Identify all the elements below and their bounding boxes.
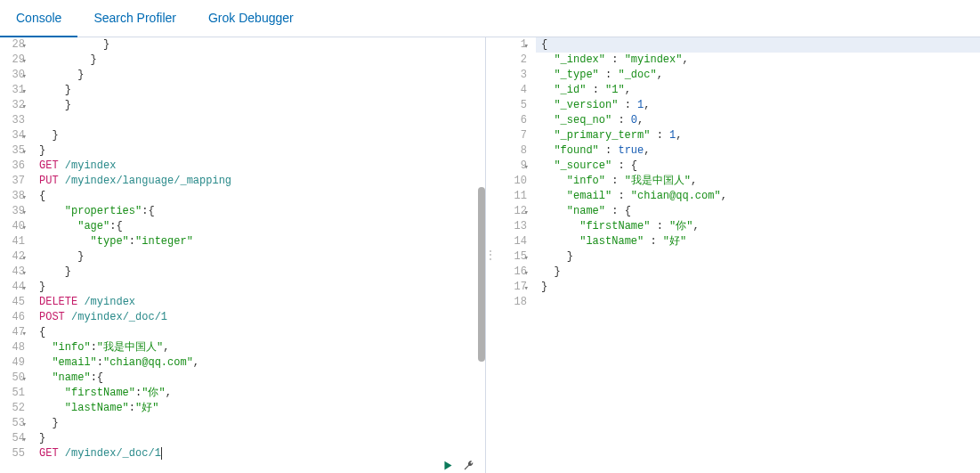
request-gutter: 28▾29▾30▾31▾32▾3334▾35▾363738▾39▾40▾4142… — [0, 37, 34, 473]
line-number: 10 — [495, 174, 527, 189]
response-code[interactable]: { "_index" : "myindex", "_type" : "_doc"… — [536, 37, 980, 473]
code-line[interactable]: "lastName" : "好" — [541, 234, 980, 249]
line-number: 8 — [495, 143, 527, 159]
line-number: 40▾ — [0, 219, 25, 234]
code-line[interactable]: GET /myindex/_doc/1 — [39, 446, 485, 461]
request-code[interactable]: } } } } } }}GET /myindexPUT /myindex/lan… — [34, 37, 485, 473]
line-number: 38▾ — [0, 189, 25, 204]
code-line[interactable]: } — [39, 128, 485, 143]
code-line[interactable]: } — [541, 249, 980, 265]
code-line[interactable]: } — [39, 83, 485, 98]
code-line[interactable]: "age":{ — [39, 219, 485, 234]
code-line[interactable]: } — [541, 280, 980, 295]
line-number: 14 — [495, 234, 527, 249]
code-line[interactable]: "info":"我是中国人", — [39, 340, 485, 355]
code-line[interactable]: } — [39, 53, 485, 68]
line-number: 32▾ — [0, 98, 25, 113]
line-number: 13 — [495, 219, 527, 234]
line-number: 52 — [0, 401, 25, 416]
tab-search-profiler[interactable]: Search Profiler — [77, 0, 192, 37]
code-line[interactable]: } — [39, 68, 485, 83]
code-line[interactable]: "_seq_no" : 0, — [541, 113, 980, 128]
wrench-icon[interactable] — [463, 460, 474, 471]
tab-grok-debugger[interactable]: Grok Debugger — [192, 0, 310, 37]
scroll-thumb[interactable] — [478, 187, 485, 362]
line-number: 3 — [495, 68, 527, 83]
line-number: 28▾ — [0, 37, 25, 53]
code-line[interactable]: "_type" : "_doc", — [541, 68, 980, 83]
line-number: 53▾ — [0, 416, 25, 431]
line-number: 36 — [0, 159, 25, 174]
code-line[interactable]: } — [39, 98, 485, 113]
code-line[interactable]: "type":"integer" — [39, 234, 485, 249]
code-line[interactable]: { — [536, 37, 980, 53]
line-number: 47▾ — [0, 325, 25, 340]
line-number: 31▾ — [0, 83, 25, 98]
line-number: 18 — [495, 295, 527, 310]
code-line[interactable]: "_version" : 1, — [541, 98, 980, 113]
code-line[interactable]: } — [39, 143, 485, 159]
code-line[interactable]: DELETE /myindex — [39, 295, 485, 310]
code-line[interactable]: "_index" : "myindex", — [541, 53, 980, 68]
line-number: 5 — [495, 98, 527, 113]
code-line[interactable]: } — [39, 265, 485, 280]
line-number: 1▾ — [495, 37, 527, 53]
line-number: 4 — [495, 83, 527, 98]
line-number: 37 — [0, 174, 25, 189]
code-line[interactable]: { — [39, 189, 485, 204]
code-line[interactable]: } — [541, 265, 980, 280]
code-line[interactable]: "_primary_term" : 1, — [541, 128, 980, 143]
code-line[interactable]: "properties":{ — [39, 204, 485, 219]
line-number: 51 — [0, 386, 25, 401]
line-number: 2 — [495, 53, 527, 68]
code-line[interactable]: } — [39, 249, 485, 265]
code-line[interactable]: "firstName":"你", — [39, 386, 485, 401]
code-line[interactable]: } — [39, 431, 485, 446]
code-line[interactable]: "info" : "我是中国人", — [541, 174, 980, 189]
line-number: 55 — [0, 446, 25, 461]
code-line[interactable]: } — [39, 37, 485, 53]
code-line[interactable]: POST /myindex/_doc/1 — [39, 310, 485, 325]
code-line[interactable]: "firstName" : "你", — [541, 219, 980, 234]
code-line[interactable]: "email" : "chian@qq.com", — [541, 189, 980, 204]
console-panes: 28▾29▾30▾31▾32▾3334▾35▾363738▾39▾40▾4142… — [0, 37, 980, 473]
code-line[interactable]: "name" : { — [541, 204, 980, 219]
line-number: 45 — [0, 295, 25, 310]
request-actions — [442, 460, 474, 471]
code-line[interactable]: PUT /myindex/language/_mapping — [39, 174, 485, 189]
line-number: 29▾ — [0, 53, 25, 68]
tab-console[interactable]: Console — [0, 0, 77, 37]
line-number: 43▾ — [0, 265, 25, 280]
code-line[interactable]: GET /myindex — [39, 159, 485, 174]
code-line[interactable]: "name":{ — [39, 371, 485, 386]
code-line[interactable] — [39, 113, 485, 128]
line-number: 46 — [0, 310, 25, 325]
code-line[interactable]: "found" : true, — [541, 143, 980, 159]
line-number: 34▾ — [0, 128, 25, 143]
code-line[interactable]: "lastName":"好" — [39, 401, 485, 416]
code-line[interactable]: } — [39, 416, 485, 431]
line-number: 35▾ — [0, 143, 25, 159]
line-number: 6 — [495, 113, 527, 128]
line-number: 48 — [0, 340, 25, 355]
line-number: 49 — [0, 355, 25, 371]
line-number: 39▾ — [0, 204, 25, 219]
line-number: 9▾ — [495, 159, 527, 174]
request-scrollbar[interactable] — [476, 37, 485, 473]
code-line[interactable]: "email":"chian@qq.com", — [39, 355, 485, 371]
response-gutter: 1▾23456789▾101112▾131415▾16▾17▾18 — [495, 37, 536, 473]
request-editor[interactable]: 28▾29▾30▾31▾32▾3334▾35▾363738▾39▾40▾4142… — [0, 37, 486, 473]
line-number: 44▾ — [0, 280, 25, 295]
code-line[interactable]: { — [39, 325, 485, 340]
code-line[interactable] — [541, 295, 980, 310]
code-line[interactable]: "_source" : { — [541, 159, 980, 174]
line-number: 42▾ — [0, 249, 25, 265]
pane-divider[interactable]: ⋮ — [486, 37, 495, 473]
code-line[interactable]: "_id" : "1", — [541, 83, 980, 98]
line-number: 7 — [495, 128, 527, 143]
play-icon[interactable] — [442, 460, 454, 471]
code-line[interactable]: } — [39, 280, 485, 295]
line-number: 15▾ — [495, 249, 527, 265]
line-number: 11 — [495, 189, 527, 204]
line-number: 16▾ — [495, 265, 527, 280]
